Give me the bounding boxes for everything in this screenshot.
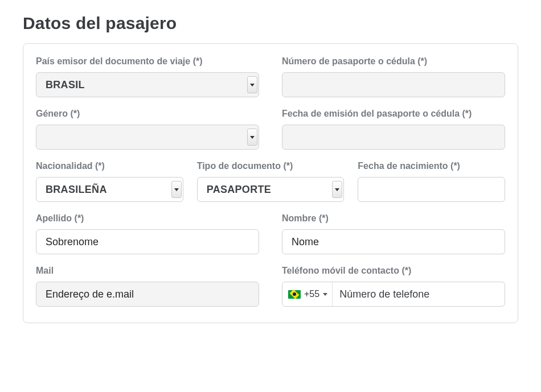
select-issuing-country[interactable]: BRASIL: [36, 72, 259, 97]
input-first-name-value: Nome: [292, 236, 319, 248]
field-passport-number: Número de pasaporte o cédula (*): [282, 56, 505, 97]
chevron-down-icon: [332, 181, 342, 198]
label-email: Mail: [36, 266, 259, 276]
input-phone[interactable]: +55 Número de telefone: [282, 282, 505, 307]
chevron-down-icon: [247, 76, 257, 93]
select-gender[interactable]: [36, 125, 259, 150]
passenger-form-panel: País emisor del documento de viaje (*) B…: [23, 43, 518, 323]
input-birth-date[interactable]: [358, 177, 505, 202]
field-last-name: Apellido (*) Sobrenome: [36, 213, 259, 254]
field-gender: Género (*): [36, 109, 259, 150]
label-first-name: Nombre (*): [282, 213, 505, 224]
field-issuing-country: País emisor del documento de viaje (*) B…: [36, 56, 259, 97]
select-issuing-country-value: BRASIL: [46, 79, 85, 91]
input-passport-number[interactable]: [282, 72, 505, 97]
input-email[interactable]: Endereço de e.mail: [36, 282, 259, 307]
input-last-name[interactable]: Sobrenome: [36, 229, 259, 254]
input-phone-placeholder: Número de telefone: [333, 282, 505, 306]
dial-code: +55: [304, 289, 319, 299]
label-issuing-country: País emisor del documento de viaje (*): [36, 56, 259, 67]
phone-country-selector[interactable]: +55: [282, 282, 333, 306]
input-first-name[interactable]: Nome: [282, 229, 505, 254]
chevron-down-icon: [171, 181, 182, 198]
flag-brazil-icon: [288, 290, 301, 299]
label-issue-date: Fecha de emisión del pasaporte o cédula …: [282, 109, 505, 119]
field-email: Mail Endereço de e.mail: [36, 266, 259, 307]
label-nationality: Nacionalidad (*): [36, 161, 183, 171]
field-birth-date: Fecha de nacimiento (*): [358, 161, 505, 202]
page-title: Datos del pasajero: [23, 14, 518, 33]
select-doc-type[interactable]: PASAPORTE: [197, 177, 345, 202]
label-phone: Teléfono móvil de contacto (*): [282, 266, 505, 276]
select-doc-type-value: PASAPORTE: [207, 184, 271, 196]
chevron-down-icon: [323, 293, 327, 296]
field-nationality: Nacionalidad (*) BRASILEÑA: [36, 161, 183, 202]
input-last-name-value: Sobrenome: [46, 236, 99, 248]
field-first-name: Nombre (*) Nome: [282, 213, 505, 254]
select-nationality[interactable]: BRASILEÑA: [36, 177, 183, 202]
select-nationality-value: BRASILEÑA: [46, 184, 107, 196]
label-gender: Género (*): [36, 109, 259, 119]
label-doc-type: Tipo de documento (*): [197, 161, 345, 171]
field-phone: Teléfono móvil de contacto (*) +55 Númer…: [282, 266, 505, 307]
field-issue-date: Fecha de emisión del pasaporte o cédula …: [282, 109, 505, 150]
input-email-value: Endereço de e.mail: [46, 288, 134, 300]
label-birth-date: Fecha de nacimiento (*): [358, 161, 505, 171]
chevron-down-icon: [247, 129, 257, 146]
label-passport-number: Número de pasaporte o cédula (*): [282, 56, 505, 67]
input-issue-date[interactable]: [282, 125, 505, 150]
label-last-name: Apellido (*): [36, 213, 259, 224]
field-doc-type: Tipo de documento (*) PASAPORTE: [197, 161, 345, 202]
